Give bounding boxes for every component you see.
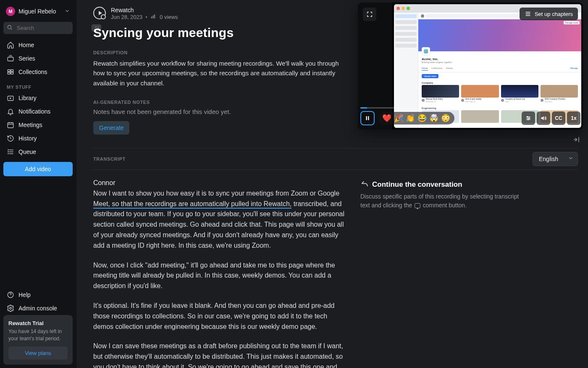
reaction-laugh[interactable]: 😂 xyxy=(417,114,427,123)
sidebar: M Miguel Rebelo ⌃/ Home Series Collectio… xyxy=(0,0,76,368)
video-canvas[interactable]: Manage cover Acme, Inc. Building better … xyxy=(358,3,583,130)
nav-label: Queue xyxy=(18,148,36,155)
svg-marker-32 xyxy=(541,116,544,120)
video-submeta: Jun 28, 2023 0 views xyxy=(111,13,178,21)
search-icon xyxy=(7,24,13,32)
settings-button[interactable] xyxy=(522,111,535,125)
trial-title: Rewatch Trial xyxy=(8,320,68,326)
svg-rect-2 xyxy=(8,57,13,61)
fullscreen-button[interactable] xyxy=(363,8,376,21)
nav-label: Collections xyxy=(18,69,47,75)
language-select[interactable]: English xyxy=(533,152,578,166)
svg-point-30 xyxy=(529,118,530,119)
channel-name[interactable]: Rewatch xyxy=(111,7,178,13)
speed-button[interactable]: 1x xyxy=(567,111,580,125)
svg-rect-25 xyxy=(368,116,369,120)
transcript-paragraph[interactable]: Now I can save these meetings as a draft… xyxy=(93,341,345,368)
reaction-mind-blown[interactable]: 🤯 xyxy=(429,114,438,123)
cc-button[interactable]: CC xyxy=(552,111,565,125)
svg-rect-7 xyxy=(8,72,10,74)
nav-label: Notifications xyxy=(18,108,50,115)
collapse-player-button[interactable] xyxy=(571,135,581,145)
bell-icon xyxy=(7,108,14,115)
svg-rect-6 xyxy=(11,70,13,72)
description-text: Rewatch simplifies your workflow for sha… xyxy=(93,58,341,88)
transcript-paragraph[interactable]: It's optional. It's fine if you leave it… xyxy=(93,301,345,332)
section-my-stuff: MY STUFF xyxy=(3,79,73,91)
series-icon xyxy=(7,55,14,62)
svg-point-31 xyxy=(528,119,528,120)
nav-label: Meetings xyxy=(18,122,42,128)
nav-label: Help xyxy=(18,291,31,298)
mini-company-tagline: Building better widgets, together. xyxy=(422,61,578,64)
nav-label: Home xyxy=(18,42,34,48)
mini-company-name: Acme, Inc. xyxy=(422,57,578,61)
history-icon xyxy=(7,135,14,142)
nav-label: Admin console xyxy=(18,305,57,312)
nav-series[interactable]: Series xyxy=(3,52,73,65)
pause-button[interactable] xyxy=(360,111,375,125)
conversation-title: Continue the conversation xyxy=(372,180,462,189)
generate-notes-button[interactable]: Generate xyxy=(93,121,129,135)
video-player: Manage cover Acme, Inc. Building better … xyxy=(358,3,583,130)
nav-history[interactable]: History xyxy=(3,132,73,145)
library-icon xyxy=(7,94,14,102)
nav-label: Series xyxy=(18,55,35,62)
rewatch-logo-icon xyxy=(93,7,106,19)
svg-rect-11 xyxy=(8,123,13,128)
transcript-label: TRANSCRIPT xyxy=(93,156,126,161)
reaction-party[interactable]: 🎉 xyxy=(394,114,403,123)
user-name: Miguel Rebelo xyxy=(18,8,61,15)
transcript-column: Connor Now I want to show you how easy i… xyxy=(93,179,345,368)
svg-rect-37 xyxy=(155,14,155,18)
reaction-flushed[interactable]: 😳 xyxy=(441,114,450,123)
svg-point-20 xyxy=(10,307,12,310)
chevron-down-icon xyxy=(64,8,70,15)
svg-point-29 xyxy=(527,116,528,117)
set-up-chapters-button[interactable]: Set up chapters xyxy=(520,8,578,20)
nav-library[interactable]: Library xyxy=(3,91,73,105)
add-video-button[interactable]: Add video xyxy=(3,162,73,176)
svg-rect-36 xyxy=(153,16,154,19)
nav-home[interactable]: Home xyxy=(3,38,73,52)
nav-help[interactable]: Help xyxy=(3,288,73,302)
transcript-paragraph[interactable]: Now, once I click "add meeting," it'll g… xyxy=(93,260,345,291)
video-views: 0 views xyxy=(160,14,178,20)
hero-badge: Manage cover xyxy=(564,21,580,24)
svg-rect-35 xyxy=(152,16,152,19)
progress-bar[interactable] xyxy=(360,107,580,109)
svg-rect-5 xyxy=(8,70,10,72)
trial-card: Rewatch Trial You have 14 days left in y… xyxy=(3,315,73,365)
nav-collections[interactable]: Collections xyxy=(3,65,73,79)
comment-icon xyxy=(415,203,420,208)
svg-rect-24 xyxy=(366,116,367,120)
collections-icon xyxy=(7,68,14,76)
nav-queue[interactable]: Queue xyxy=(3,145,73,159)
nav-meetings[interactable]: Meetings xyxy=(3,118,73,132)
gear-icon xyxy=(7,304,14,312)
conversation-panel: Continue the conversation Discuss specif… xyxy=(360,179,578,210)
reply-arrow-icon xyxy=(360,180,369,190)
views-icon xyxy=(150,13,156,21)
reaction-heart[interactable]: ❤️ xyxy=(382,114,391,123)
user-avatar: M xyxy=(6,7,15,16)
nav-label: Library xyxy=(18,95,37,101)
svg-point-0 xyxy=(8,25,11,29)
player-controls: ❤️ 🎉 👏 😂 🤯 😳 xyxy=(360,110,580,126)
nav-notifications[interactable]: Notifications xyxy=(3,105,73,118)
search-input-wrap[interactable]: ⌃/ xyxy=(3,22,73,34)
user-menu[interactable]: M Miguel Rebelo xyxy=(3,3,73,19)
view-plans-button[interactable]: View plans xyxy=(8,347,68,360)
svg-marker-10 xyxy=(10,98,12,100)
transcript-paragraph[interactable]: Now I want to show you how easy it is to… xyxy=(93,188,345,251)
svg-rect-8 xyxy=(11,72,13,74)
video-date: Jun 28, 2023 xyxy=(111,14,142,20)
mini-upload: Upload video xyxy=(422,74,438,78)
queue-icon xyxy=(7,148,14,156)
nav-label: History xyxy=(18,135,37,142)
transcript-speaker: Connor xyxy=(93,179,345,187)
reaction-clap[interactable]: 👏 xyxy=(406,114,415,123)
nav-admin[interactable]: Admin console xyxy=(3,302,73,315)
volume-button[interactable] xyxy=(537,111,550,125)
help-icon xyxy=(7,291,14,299)
